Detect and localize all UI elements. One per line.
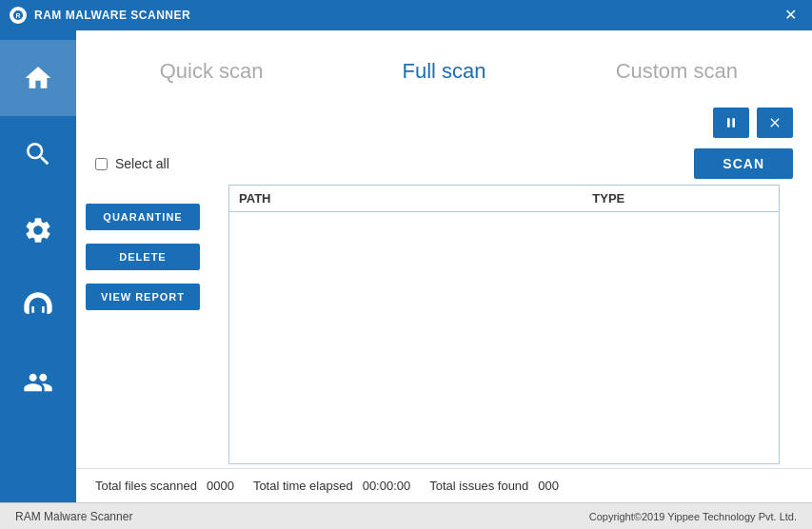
- files-scanned-label: Total files scanned: [95, 479, 197, 493]
- table-body: [229, 212, 779, 364]
- stop-button[interactable]: [757, 108, 793, 138]
- content-inner: QUARANTINE DELETE VIEW REPORT PATH TYPE: [76, 185, 812, 468]
- scan-tabs: Quick scan Full scan Custom scan: [76, 30, 812, 103]
- headset-icon: [23, 291, 53, 322]
- status-bar: RAM Malware Scanner Copyright©2019 Yippe…: [0, 502, 812, 529]
- scan-control-row: [76, 103, 812, 143]
- search-icon: [23, 139, 53, 169]
- window-close-button[interactable]: ✕: [779, 6, 802, 25]
- delete-button[interactable]: DELETE: [86, 244, 200, 270]
- tab-quick-scan[interactable]: Quick scan: [95, 49, 327, 93]
- settings-icon: [23, 215, 53, 245]
- issues-found-value: 000: [538, 479, 559, 493]
- results-area: PATH TYPE: [209, 185, 812, 468]
- action-buttons-panel: QUARANTINE DELETE VIEW REPORT: [76, 185, 209, 468]
- app-icon: R: [10, 7, 27, 24]
- view-report-button[interactable]: VIEW REPORT: [86, 284, 200, 310]
- title-bar: R RAM MALWARE SCANNER ✕: [0, 0, 812, 30]
- home-icon: [23, 63, 53, 93]
- controls-row: Select all SCAN: [76, 143, 812, 185]
- time-elapsed-label: Total time elapsed: [253, 479, 353, 493]
- files-scanned-value: 0000: [207, 479, 234, 493]
- time-elapsed-value: 00:00:00: [363, 479, 411, 493]
- status-copyright: Copyright©2019 Yippee Technology Pvt. Lt…: [589, 511, 797, 522]
- sidebar-item-users[interactable]: [0, 344, 76, 421]
- results-table: PATH TYPE: [228, 185, 780, 464]
- scan-button[interactable]: SCAN: [694, 148, 793, 179]
- pause-icon: [723, 115, 739, 130]
- stats-row: Total files scanned 0000 Total time elap…: [76, 468, 812, 502]
- issues-found-label: Total issues found: [429, 479, 528, 493]
- sidebar-item-settings[interactable]: [0, 192, 76, 268]
- sidebar-item-support[interactable]: [0, 268, 76, 344]
- app-title: RAM MALWARE SCANNER: [34, 9, 190, 22]
- title-bar-left: R RAM MALWARE SCANNER: [10, 7, 190, 24]
- select-all-label[interactable]: Select all: [115, 156, 169, 171]
- stop-icon: [767, 115, 782, 130]
- col-type-header: TYPE: [592, 191, 769, 206]
- col-path-header: PATH: [239, 191, 592, 206]
- select-all-container: Select all: [95, 156, 169, 171]
- sidebar-item-home[interactable]: [0, 40, 76, 116]
- select-all-checkbox[interactable]: [95, 158, 108, 170]
- sidebar: [0, 30, 76, 502]
- sidebar-item-search[interactable]: [0, 116, 76, 192]
- table-header: PATH TYPE: [229, 186, 779, 212]
- main-layout: Quick scan Full scan Custom scan Select …: [0, 30, 812, 502]
- quarantine-button[interactable]: QUARANTINE: [86, 204, 200, 230]
- content-area: Quick scan Full scan Custom scan Select …: [76, 30, 812, 502]
- svg-text:R: R: [15, 12, 20, 19]
- tab-custom-scan[interactable]: Custom scan: [561, 49, 793, 93]
- status-app-name: RAM Malware Scanner: [15, 510, 132, 523]
- users-icon: [23, 367, 53, 398]
- tab-full-scan[interactable]: Full scan: [327, 49, 560, 93]
- pause-button[interactable]: [713, 108, 749, 138]
